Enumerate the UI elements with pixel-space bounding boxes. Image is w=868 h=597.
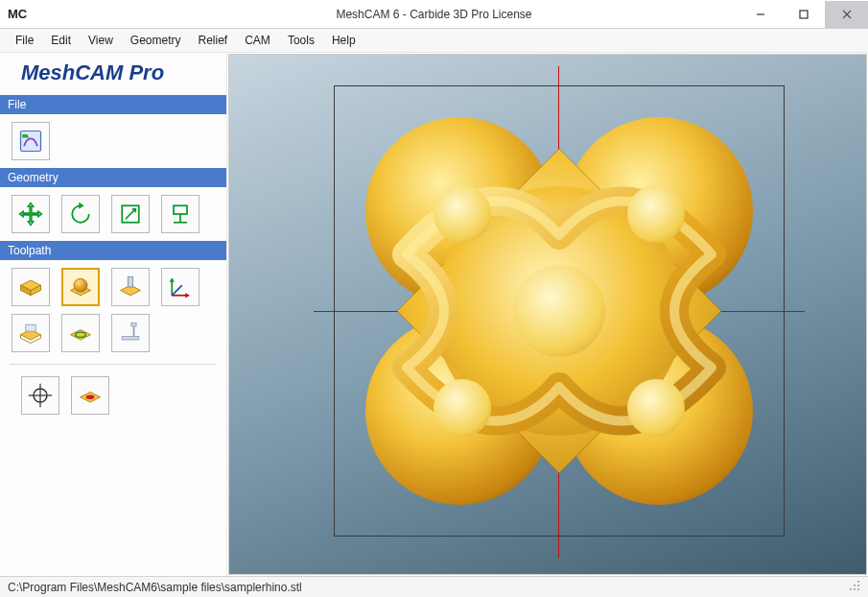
menu-help[interactable]: Help <box>324 31 364 50</box>
svg-point-36 <box>850 588 852 590</box>
record-icon <box>77 382 104 409</box>
rotate-icon <box>67 201 94 227</box>
menu-geometry[interactable]: Geometry <box>123 31 189 50</box>
maximize-button[interactable] <box>782 1 825 28</box>
svg-point-30 <box>627 185 685 243</box>
section-file-header: File <box>0 95 226 114</box>
toolpath-buttons-row3 <box>10 364 217 422</box>
menubar: File Edit View Geometry Relief CAM Tools… <box>0 29 868 53</box>
titlebar: MC MeshCAM 6 - Carbide 3D Pro License <box>0 0 868 29</box>
minimize-button[interactable] <box>739 1 782 28</box>
svg-point-34 <box>854 585 856 586</box>
resize-grip-icon[interactable] <box>849 580 860 594</box>
menu-tools[interactable]: Tools <box>280 31 322 50</box>
section-toolpath-header: Toolpath <box>0 241 226 260</box>
rotate-button[interactable] <box>61 195 100 233</box>
svg-rect-18 <box>131 323 136 327</box>
axes-icon <box>167 274 194 300</box>
svg-point-31 <box>434 379 491 437</box>
stock-button[interactable] <box>12 268 50 306</box>
svg-point-38 <box>857 588 859 590</box>
sidebar: MeshCAM Pro File Geometry <box>0 53 227 576</box>
window-controls <box>739 1 868 28</box>
section-geometry-header: Geometry <box>0 168 226 187</box>
menu-relief[interactable]: Relief <box>191 31 236 50</box>
set-origin-icon <box>167 201 194 227</box>
svg-point-32 <box>627 379 685 437</box>
brand-label: MeshCAM Pro <box>0 53 226 95</box>
statusbar: C:\Program Files\MeshCAM6\sample files\s… <box>0 576 868 597</box>
keep-out-button[interactable] <box>61 314 100 352</box>
machine-region-button[interactable] <box>12 314 50 352</box>
move-icon <box>17 201 44 227</box>
menu-cam[interactable]: CAM <box>237 31 278 50</box>
content-area: MeshCAM Pro File Geometry <box>0 53 868 576</box>
svg-line-13 <box>172 285 182 296</box>
toolpath-buttons-row1 <box>0 260 226 314</box>
svg-rect-6 <box>174 205 187 214</box>
svg-point-9 <box>74 278 87 292</box>
shaded-view-icon <box>67 274 94 300</box>
toolpath-buttons-row2 <box>0 314 226 360</box>
svg-point-37 <box>854 588 856 590</box>
svg-rect-1 <box>800 11 808 18</box>
menu-file[interactable]: File <box>8 31 41 50</box>
model-3d <box>349 101 769 521</box>
svg-point-22 <box>86 395 95 399</box>
stock-icon <box>17 274 44 300</box>
svg-point-29 <box>434 185 491 243</box>
probe-button[interactable] <box>111 314 150 352</box>
svg-point-33 <box>857 581 859 583</box>
app-icon: MC <box>8 7 27 21</box>
scale-icon <box>117 201 144 227</box>
status-path: C:\Program Files\MeshCAM6\sample files\s… <box>8 581 302 594</box>
svg-rect-16 <box>122 337 139 341</box>
scale-button[interactable] <box>111 195 150 233</box>
shaded-view-button[interactable] <box>61 268 100 306</box>
set-origin-button[interactable] <box>161 195 199 233</box>
target-button[interactable] <box>21 376 59 415</box>
tool-library-button[interactable] <box>111 268 150 306</box>
move-button[interactable] <box>12 195 50 233</box>
viewport[interactable] <box>228 54 867 575</box>
probe-icon <box>117 320 144 346</box>
record-toolpath-button[interactable] <box>71 376 109 415</box>
svg-rect-14 <box>26 324 36 331</box>
svg-point-28 <box>513 265 605 357</box>
close-button[interactable] <box>825 1 868 28</box>
menu-view[interactable]: View <box>81 31 121 50</box>
open-file-icon <box>17 128 44 155</box>
keep-out-icon <box>67 320 94 346</box>
window-title: MeshCAM 6 - Carbide 3D Pro License <box>336 8 531 21</box>
svg-rect-10 <box>128 277 132 288</box>
geometry-buttons <box>0 187 226 241</box>
menu-edit[interactable]: Edit <box>43 31 79 50</box>
svg-rect-4 <box>21 131 41 152</box>
axes-button[interactable] <box>161 268 199 306</box>
open-file-button[interactable] <box>12 122 50 160</box>
file-buttons <box>0 114 226 168</box>
crosshair-icon <box>27 382 54 409</box>
machine-region-icon <box>17 320 44 346</box>
tool-icon <box>117 274 144 300</box>
svg-point-35 <box>857 585 859 586</box>
